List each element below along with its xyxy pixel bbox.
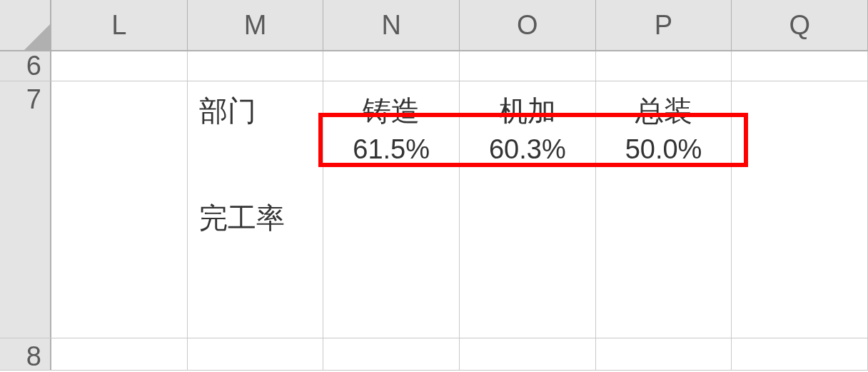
row-header-7[interactable]: 7: [0, 81, 51, 338]
cell-P8[interactable]: [596, 338, 732, 370]
row-8: 8: [0, 338, 868, 371]
row-6: 6: [0, 51, 868, 81]
cell-O8[interactable]: [460, 338, 596, 370]
cell-L8[interactable]: [51, 338, 188, 370]
value-o: 60.3%: [489, 134, 566, 165]
select-all-corner[interactable]: [0, 0, 51, 50]
row-header-6[interactable]: 6: [0, 51, 51, 81]
header-n: 铸造: [363, 91, 420, 131]
cell-N7[interactable]: 铸造 61.5%: [323, 81, 460, 338]
cell-L7[interactable]: [51, 81, 188, 338]
cell-N8[interactable]: [323, 338, 460, 370]
row-7: 7 部门 完工率 铸造 61.5% 机加 60.3% 总装 50.0%: [0, 81, 868, 338]
column-header-row: L M N O P Q: [0, 0, 868, 51]
cell-N6[interactable]: [323, 51, 460, 81]
cell-Q7[interactable]: [732, 81, 868, 338]
row-header-8[interactable]: 8: [0, 338, 51, 370]
cell-Q6[interactable]: [732, 51, 868, 81]
cell-M7[interactable]: 部门 完工率: [188, 81, 324, 338]
header-o: 机加: [499, 91, 556, 131]
col-header-N[interactable]: N: [323, 0, 460, 50]
cell-O7[interactable]: 机加 60.3%: [460, 81, 596, 338]
cell-Q8[interactable]: [732, 338, 868, 370]
spreadsheet-grid: L M N O P Q 6 7 部门 完工率 铸造 61.5% 机加: [0, 0, 868, 372]
col-header-O[interactable]: O: [460, 0, 596, 50]
completion-label: 完工率: [199, 198, 285, 238]
col-header-L[interactable]: L: [51, 0, 188, 50]
value-n: 61.5%: [353, 134, 430, 165]
header-p: 总装: [635, 91, 692, 131]
col-header-Q[interactable]: Q: [732, 0, 868, 50]
cell-M6[interactable]: [188, 51, 324, 81]
col-header-M[interactable]: M: [188, 0, 324, 50]
col-header-P[interactable]: P: [596, 0, 732, 50]
dept-label: 部门: [199, 91, 256, 131]
cell-M8[interactable]: [188, 338, 324, 370]
cell-L6[interactable]: [51, 51, 188, 81]
select-all-icon: [24, 24, 50, 50]
cell-P6[interactable]: [596, 51, 732, 81]
cell-O6[interactable]: [460, 51, 596, 81]
cell-P7[interactable]: 总装 50.0%: [596, 81, 732, 338]
value-p: 50.0%: [625, 134, 702, 165]
